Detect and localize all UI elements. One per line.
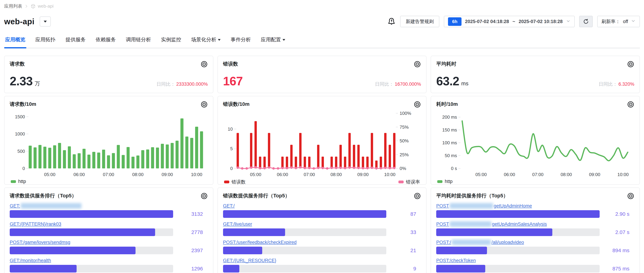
svg-text:10: 10	[228, 126, 233, 132]
alarm-bell-icon[interactable]	[387, 17, 396, 26]
kpi-value: 167	[223, 75, 243, 87]
endpoint-link[interactable]: GET:/	[223, 203, 236, 209]
kpi-yoy-label: 日同比：	[156, 82, 175, 87]
refresh-rate-label: 刷新率：	[601, 18, 620, 25]
rank-bar-fill	[436, 228, 552, 236]
rank-value: 894 ms	[600, 247, 634, 253]
svg-text:09:00: 09:00	[162, 172, 173, 177]
endpoint-link[interactable]: GET:/{PATTERN}/rank03	[10, 221, 63, 227]
card-title: 耗时/10m	[436, 101, 458, 108]
kpi-yoy: 日同比：6.320%	[598, 81, 634, 87]
rank-value: 2397	[173, 247, 208, 253]
legend-item[interactable]: http	[11, 179, 26, 184]
ranking-list: GET: 3132 GET:/{PATTERN}/rank03 2778 POS…	[10, 203, 208, 272]
endpoint-label: GET:/{PATTERN}/rank03	[10, 221, 61, 227]
svg-text:50%: 50%	[400, 138, 409, 143]
rank-bar-track	[436, 210, 600, 218]
tab-6[interactable]: 场景化分析	[190, 36, 222, 48]
ranking-card: 错误数提供服务排行（Top5） GET:/ 87 GET:/live/user …	[218, 187, 427, 273]
eye-icon[interactable]	[200, 192, 208, 200]
rankings-row: 请求数提供服务排行（Top5） GET: 3132 GET:/{PATTERN}…	[4, 187, 640, 273]
tab-5[interactable]: 实例监控	[160, 36, 182, 48]
endpoint-link[interactable]: POST:/user/feedback/checkExpired	[223, 239, 298, 245]
rank-bar-fill	[10, 210, 173, 218]
latency-chart-card: 耗时/10m 0 s50 ms100 ms150 ms200 ms05:0006…	[431, 96, 640, 185]
svg-text:75%: 75%	[400, 125, 409, 130]
rank-bar-track	[10, 247, 173, 254]
tab-2[interactable]: 提供服务	[64, 36, 87, 48]
endpoint-link[interactable]: GET:	[10, 203, 82, 209]
svg-text:500: 500	[18, 149, 25, 154]
endpoint-label: POST:/	[436, 240, 451, 245]
tab-7[interactable]: 事件分析	[230, 36, 252, 48]
endpoint-link[interactable]: POST://ali/uploadvideo	[436, 239, 524, 245]
endpoint-label: GET:	[10, 203, 20, 209]
tab-0-active[interactable]: 应用概览	[4, 36, 26, 48]
legend-swatch	[224, 181, 229, 183]
tab-1[interactable]: 应用拓扑	[34, 36, 56, 48]
list-item: GET:/monitor/health 1296	[10, 258, 208, 272]
tab-3[interactable]: 依赖服务	[94, 36, 117, 48]
tab-8[interactable]: 应用配置	[260, 36, 286, 48]
legend-swatch	[437, 180, 442, 183]
kpi-unit: ms	[461, 81, 468, 87]
list-item: POST:/game/lovers/sendmsg 2397	[10, 239, 208, 254]
endpoint-label: POST:/user/feedback/checkExpired	[223, 240, 297, 245]
kpi-yoy-label: 日同比：	[598, 82, 617, 87]
kpi-value: 63.2	[436, 75, 459, 87]
chevron-down-icon	[566, 19, 570, 24]
rank-value: 33	[386, 229, 421, 235]
svg-text:50 ms: 50 ms	[445, 153, 457, 158]
dashboard-main: 请求数 2.33 万 日同比：2333300.000% 错误数	[4, 56, 640, 273]
tab-4[interactable]: 调用链分析	[125, 36, 152, 48]
list-item: POST:/checkToken 875 ms	[436, 258, 634, 272]
eye-icon[interactable]	[627, 192, 634, 200]
list-item: POSTgetUpAdminSalesAnalysis 2.07 s	[436, 221, 634, 236]
endpoint-link[interactable]: GET:/live/user	[223, 221, 254, 227]
eye-icon[interactable]	[627, 61, 634, 68]
svg-text:100%: 100%	[400, 111, 411, 116]
legend-swatch	[11, 180, 16, 183]
breadcrumb-app-list-link[interactable]: 应用列表	[4, 3, 22, 9]
breadcrumb-chevron-icon	[24, 4, 28, 8]
legend-item[interactable]: 错误率	[398, 179, 420, 185]
latency-line-chart: 0 s50 ms100 ms150 ms200 ms05:0006:0007:0…	[436, 109, 634, 178]
endpoint-link[interactable]: POST:/checkToken	[436, 258, 477, 263]
svg-text:150 ms: 150 ms	[442, 127, 457, 133]
eye-icon[interactable]	[627, 101, 634, 108]
svg-text:08:00: 08:00	[330, 172, 342, 177]
eye-icon[interactable]	[414, 61, 421, 68]
legend-item[interactable]: 错误数	[224, 179, 246, 185]
rank-value: 3132	[173, 211, 208, 217]
rank-value: 1296	[173, 266, 208, 271]
svg-text:09:00: 09:00	[589, 172, 600, 177]
app-switcher-button[interactable]	[40, 17, 51, 27]
eye-icon[interactable]	[414, 192, 421, 200]
tab-label: 调用链分析	[126, 36, 151, 43]
rank-bar-track	[223, 210, 386, 218]
kpi-value: 2.33	[10, 75, 32, 87]
endpoint-link[interactable]: POSTgetUpAdminHome	[436, 203, 532, 209]
rank-bar-fill	[436, 265, 485, 272]
svg-text:0: 0	[230, 166, 232, 171]
endpoint-link[interactable]: POST:/game/lovers/sendmsg	[10, 239, 72, 245]
endpoint-link[interactable]: POSTgetUpAdminSalesAnalysis	[436, 221, 547, 227]
endpoint-link[interactable]: GET:/monitor/health	[10, 258, 52, 263]
list-item: GET:/live/user 33	[223, 221, 421, 236]
legend-item[interactable]: http	[437, 179, 452, 184]
kpi-card-avg-latency: 平均耗时 63.2 ms 日同比：6.320%	[431, 56, 640, 93]
create-alarm-rule-button[interactable]: 新建告警规则	[400, 16, 439, 27]
card-title: 平均耗时提供服务排行（Top5）	[436, 192, 508, 199]
eye-icon[interactable]	[414, 101, 421, 108]
endpoint-link[interactable]: GET:/{URL_RESOURCE}	[223, 258, 278, 263]
card-title: 平均耗时	[436, 61, 456, 68]
rank-bar-track	[436, 265, 600, 272]
list-item: POST:/user/feedback/checkExpired 21	[223, 239, 421, 254]
svg-text:08:00: 08:00	[132, 172, 144, 177]
list-item: GET:/{PATTERN}/rank03 2778	[10, 221, 208, 236]
refresh-button[interactable]	[579, 16, 593, 27]
refresh-rate-select[interactable]: 刷新率： off	[597, 16, 640, 27]
time-range-picker[interactable]: 6h 2025-07-02 04:18:28 ~ 2025-07-02 10:1…	[444, 16, 575, 27]
eye-icon[interactable]	[200, 101, 208, 108]
eye-icon[interactable]	[200, 61, 208, 68]
